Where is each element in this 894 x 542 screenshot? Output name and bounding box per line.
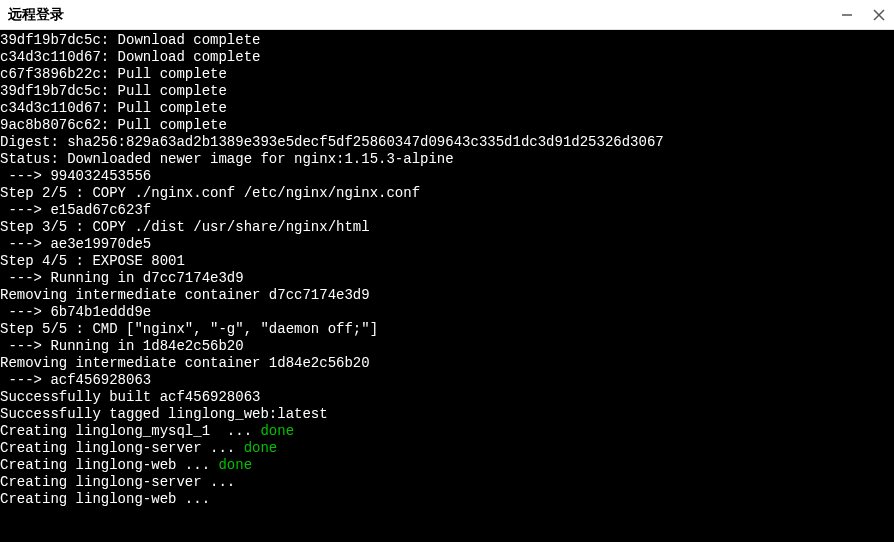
terminal-text: ---> Running in d7cc7174e3d9 [0, 270, 244, 286]
terminal-text: Removing intermediate container 1d84e2c5… [0, 355, 370, 371]
terminal-line: Creating linglong-web ... done [0, 457, 894, 474]
terminal-text: Creating linglong-server ... [0, 440, 244, 456]
terminal-line: Creating linglong-web ... [0, 491, 894, 508]
terminal-line: ---> ae3e19970de5 [0, 236, 894, 253]
terminal-text: ---> acf456928063 [0, 372, 151, 388]
terminal-line: ---> e15ad67c623f [0, 202, 894, 219]
terminal-text: Successfully built acf456928063 [0, 389, 260, 405]
terminal-line: Creating linglong-server ... done [0, 440, 894, 457]
terminal-line: Step 4/5 : EXPOSE 8001 [0, 253, 894, 270]
terminal-text: 9ac8b8076c62: Pull complete [0, 117, 227, 133]
terminal-line: ---> acf456928063 [0, 372, 894, 389]
window-controls [840, 8, 886, 22]
terminal-line: ---> 994032453556 [0, 168, 894, 185]
terminal-text: Step 4/5 : EXPOSE 8001 [0, 253, 185, 269]
terminal-line: Successfully tagged linglong_web:latest [0, 406, 894, 423]
terminal-line: Step 3/5 : COPY ./dist /usr/share/nginx/… [0, 219, 894, 236]
minimize-icon [841, 9, 853, 21]
minimize-button[interactable] [840, 8, 854, 22]
terminal-line: ---> 6b74b1eddd9e [0, 304, 894, 321]
close-icon [873, 9, 885, 21]
terminal-text: done [260, 423, 294, 439]
terminal-line: Removing intermediate container 1d84e2c5… [0, 355, 894, 372]
terminal-line: Creating linglong_mysql_1 ... done [0, 423, 894, 440]
terminal-line: c67f3896b22c: Pull complete [0, 66, 894, 83]
terminal-output[interactable]: 39df19b7dc5c: Download completec34d3c110… [0, 30, 894, 542]
terminal-text: ---> e15ad67c623f [0, 202, 151, 218]
terminal-text: Digest: sha256:829a63ad2b1389e393e5decf5… [0, 134, 664, 150]
terminal-text: Step 5/5 : CMD ["nginx", "-g", "daemon o… [0, 321, 378, 337]
terminal-text: 39df19b7dc5c: Pull complete [0, 83, 227, 99]
terminal-line: Status: Downloaded newer image for nginx… [0, 151, 894, 168]
terminal-line: 39df19b7dc5c: Pull complete [0, 83, 894, 100]
terminal-line: c34d3c110d67: Pull complete [0, 100, 894, 117]
terminal-text: ---> 6b74b1eddd9e [0, 304, 151, 320]
terminal-line: 39df19b7dc5c: Download complete [0, 32, 894, 49]
terminal-line: 9ac8b8076c62: Pull complete [0, 117, 894, 134]
terminal-line: Successfully built acf456928063 [0, 389, 894, 406]
terminal-text: Creating linglong_mysql_1 ... [0, 423, 260, 439]
terminal-text: Status: Downloaded newer image for nginx… [0, 151, 454, 167]
terminal-line: ---> Running in d7cc7174e3d9 [0, 270, 894, 287]
terminal-line: c34d3c110d67: Download complete [0, 49, 894, 66]
terminal-text: c34d3c110d67: Pull complete [0, 100, 227, 116]
terminal-text: ---> ae3e19970de5 [0, 236, 151, 252]
terminal-line: Step 5/5 : CMD ["nginx", "-g", "daemon o… [0, 321, 894, 338]
terminal-text: c67f3896b22c: Pull complete [0, 66, 227, 82]
terminal-text: Successfully tagged linglong_web:latest [0, 406, 328, 422]
terminal-text: done [218, 457, 252, 473]
terminal-text: Creating linglong-web ... [0, 491, 210, 507]
terminal-line: Step 2/5 : COPY ./nginx.conf /etc/nginx/… [0, 185, 894, 202]
terminal-line: Creating linglong-server ... [0, 474, 894, 491]
terminal-line: Digest: sha256:829a63ad2b1389e393e5decf5… [0, 134, 894, 151]
terminal-text: Creating linglong-web ... [0, 457, 218, 473]
terminal-text: c34d3c110d67: Download complete [0, 49, 260, 65]
terminal-text: 39df19b7dc5c: Download complete [0, 32, 260, 48]
terminal-line: ---> Running in 1d84e2c56b20 [0, 338, 894, 355]
terminal-text: Step 2/5 : COPY ./nginx.conf /etc/nginx/… [0, 185, 420, 201]
terminal-text: Step 3/5 : COPY ./dist /usr/share/nginx/… [0, 219, 370, 235]
terminal-text: ---> Running in 1d84e2c56b20 [0, 338, 244, 354]
window-title: 远程登录 [8, 6, 64, 24]
titlebar: 远程登录 [0, 0, 894, 30]
terminal-text: ---> 994032453556 [0, 168, 151, 184]
terminal-line: Removing intermediate container d7cc7174… [0, 287, 894, 304]
close-button[interactable] [872, 8, 886, 22]
terminal-text: done [244, 440, 278, 456]
terminal-text: Removing intermediate container d7cc7174… [0, 287, 370, 303]
terminal-text: Creating linglong-server ... [0, 474, 235, 490]
